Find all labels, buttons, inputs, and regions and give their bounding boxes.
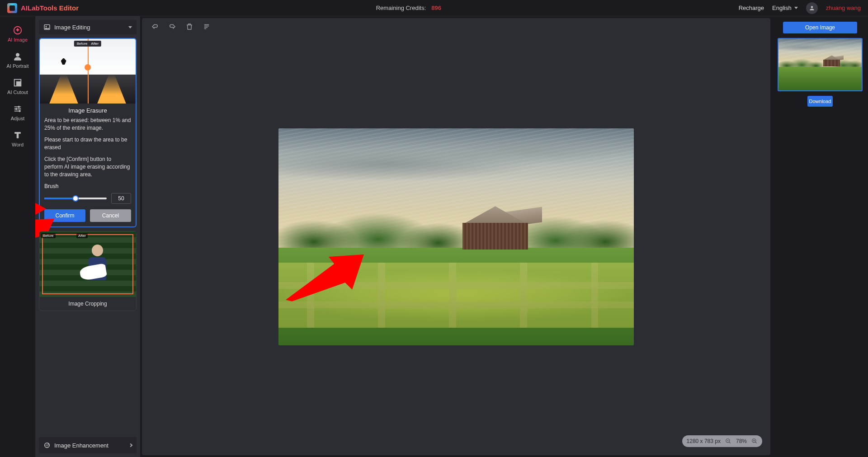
- cutout-icon: [13, 78, 23, 88]
- nav-word[interactable]: Word: [0, 126, 35, 152]
- image-dimensions: 1280 x 783 px: [687, 438, 721, 444]
- sliders-icon: [13, 104, 23, 114]
- credits-value: 896: [431, 5, 441, 11]
- download-button[interactable]: Download: [807, 96, 833, 107]
- header-center: Remaining Credits: 896: [79, 5, 739, 11]
- erasure-desc-3: Click the [Confirm] button to perform AI…: [44, 155, 131, 179]
- svg-point-6: [19, 110, 21, 112]
- cropping-thumbnail: Before After: [39, 231, 136, 297]
- language-select[interactable]: English: [772, 5, 798, 11]
- globe-sparkle-icon: [43, 442, 51, 449]
- canvas-status-bar: 1280 x 783 px 78%: [682, 435, 762, 447]
- nav-adjust[interactable]: Adjust: [0, 99, 35, 126]
- canvas-stage[interactable]: [142, 18, 770, 455]
- nav-ai-image[interactable]: AI Image: [0, 21, 35, 47]
- tool-sidebar: Image Editing BeforeAfter Image Erasure …: [35, 16, 140, 457]
- app-name: AILabTools Editor: [21, 4, 79, 12]
- confirm-button[interactable]: Confirm: [44, 209, 85, 222]
- erasure-description: Area to be erased: between 1% and 25% of…: [40, 117, 136, 204]
- sparkle-circle-icon: [13, 25, 23, 35]
- svg-marker-12: [286, 254, 364, 302]
- username[interactable]: zhuang wang: [826, 5, 861, 11]
- nav-label: AI Portrait: [7, 63, 29, 69]
- app-body: AI Image AI Portrait AI Cutout Adjust Wo…: [0, 16, 868, 457]
- svg-point-4: [18, 106, 20, 108]
- credits-label: Remaining Credits:: [376, 5, 426, 11]
- slider-thumb[interactable]: [72, 195, 79, 202]
- svg-point-8: [46, 26, 47, 27]
- erasure-title: Image Erasure: [40, 107, 136, 114]
- brush-slider[interactable]: [44, 198, 107, 199]
- nav-label: AI Cutout: [7, 90, 28, 95]
- cancel-button[interactable]: Cancel: [90, 209, 131, 222]
- chevron-down-icon: [794, 7, 798, 9]
- open-image-button[interactable]: Open Image: [783, 22, 857, 33]
- brush-control: 50: [44, 193, 131, 204]
- svg-rect-3: [16, 81, 20, 85]
- enhancement-label: Image Enhancement: [54, 442, 108, 449]
- section-image-enhancement[interactable]: Image Enhancement: [39, 437, 137, 453]
- annotation-arrow-canvas: [286, 254, 364, 302]
- right-panel: Open Image Download: [772, 16, 868, 457]
- canvas-area: 1280 x 783 px 78%: [142, 18, 770, 455]
- erasure-thumbnail[interactable]: BeforeAfter: [40, 39, 136, 104]
- nav-ai-portrait[interactable]: AI Portrait: [0, 47, 35, 73]
- nav-label: AI Image: [8, 37, 28, 42]
- section-title: Image Editing: [54, 24, 90, 31]
- svg-point-5: [15, 108, 17, 110]
- erasure-actions: Confirm Cancel: [40, 209, 136, 222]
- language-label: English: [772, 5, 792, 11]
- nav-ai-cutout[interactable]: AI Cutout: [0, 73, 35, 99]
- tool-card-image-erasure: BeforeAfter Image Erasure Area to be era…: [39, 38, 137, 227]
- erasure-desc-1: Area to be erased: between 1% and 25% of…: [44, 117, 131, 132]
- chevron-down-icon: [128, 26, 132, 28]
- erasure-desc-2: Please start to draw the area to be eras…: [44, 136, 131, 152]
- logo-icon: [7, 3, 17, 13]
- logo[interactable]: AILabTools Editor: [7, 3, 79, 13]
- app-header: AILabTools Editor Remaining Credits: 896…: [0, 0, 868, 16]
- cropping-title: Image Cropping: [39, 297, 136, 311]
- image-thumbnail[interactable]: [778, 38, 863, 91]
- tool-card-image-cropping[interactable]: Before After Image Cropping: [39, 231, 137, 311]
- person-icon: [13, 52, 23, 61]
- avatar[interactable]: [806, 2, 818, 14]
- section-image-editing[interactable]: Image Editing: [39, 20, 137, 34]
- recharge-link[interactable]: Recharge: [739, 5, 764, 11]
- text-icon: [13, 130, 23, 140]
- left-nav: AI Image AI Portrait AI Cutout Adjust Wo…: [0, 16, 35, 457]
- nav-label: Word: [12, 142, 24, 147]
- nav-label: Adjust: [11, 116, 25, 121]
- brush-label: Brush: [44, 183, 131, 190]
- image-icon: [43, 24, 51, 31]
- zoom-out-icon[interactable]: [725, 438, 731, 444]
- zoom-in-icon[interactable]: [751, 438, 758, 444]
- svg-point-1: [16, 53, 19, 57]
- zoom-level: 78%: [736, 438, 747, 444]
- person-icon: [809, 5, 815, 11]
- header-right: Recharge English zhuang wang: [739, 2, 861, 14]
- brush-value-input[interactable]: 50: [111, 193, 131, 204]
- working-image[interactable]: [278, 128, 634, 345]
- chevron-right-icon: [129, 443, 132, 447]
